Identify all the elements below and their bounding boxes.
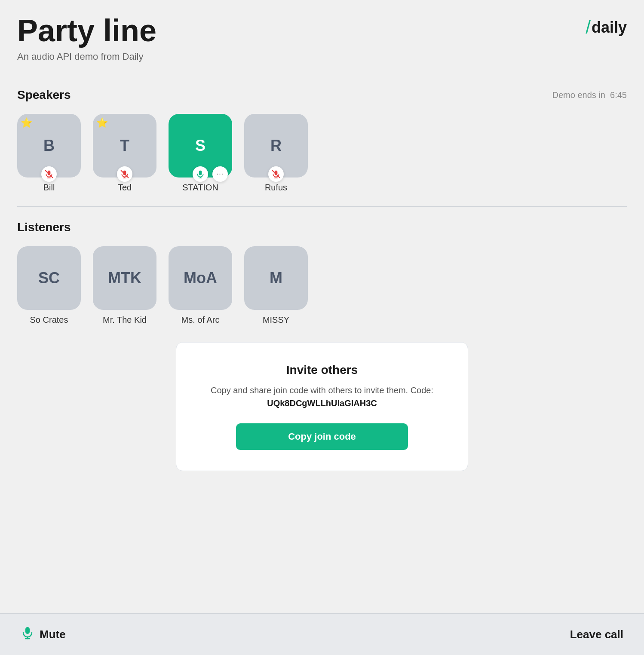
star-badge: ⭐ (96, 117, 108, 129)
listener-avatar-wrapper-ms-of-arc: MoA (169, 246, 232, 310)
listener-name-missy: MISSY (263, 315, 289, 325)
listeners-grid: SCSo CratesMTKMr. The KidMoAMs. of ArcMM… (17, 246, 627, 325)
listener-avatar-wrapper-missy: M (244, 246, 308, 310)
section-divider (17, 206, 627, 207)
mic-indicator-ted (117, 166, 132, 182)
speaker-card-bill: B⭐ Bill (17, 114, 81, 193)
svg-rect-8 (199, 171, 202, 175)
speaker-card-ted: T⭐ Ted (93, 114, 156, 193)
copy-join-code-button[interactable]: Copy join code (236, 423, 408, 450)
speakers-grid: B⭐ BillT⭐ TedS ···STATIONR Rufus (17, 114, 627, 193)
listener-avatar-wrapper-so-crates: SC (17, 246, 81, 310)
speaker-name-station: STATION (182, 183, 218, 193)
more-indicator-station[interactable]: ··· (212, 166, 228, 182)
page-subtitle: An audio API demo from Daily (17, 51, 156, 62)
mic-indicator-rufus (268, 166, 284, 182)
listener-card-so-crates: SCSo Crates (17, 246, 81, 325)
mute-button[interactable]: Mute (21, 626, 66, 643)
mic-indicator-bill (41, 166, 57, 182)
listener-name-ms-of-arc: Ms. of Arc (181, 315, 220, 325)
listeners-section-header: Listeners (17, 220, 627, 234)
speakers-title: Speakers (17, 88, 71, 102)
speaker-avatar-wrapper-rufus: R (244, 114, 308, 178)
speaker-name-rufus: Rufus (265, 183, 287, 193)
listener-name-mr-the-kid: Mr. The Kid (103, 315, 147, 325)
listener-avatar-ms-of-arc: MoA (169, 246, 232, 310)
listener-avatar-wrapper-mr-the-kid: MTK (93, 246, 156, 310)
invite-card: Invite others Copy and share join code w… (176, 342, 468, 471)
speaker-card-rufus: R Rufus (244, 114, 308, 193)
logo: / daily (586, 17, 627, 38)
listener-avatar-mr-the-kid: MTK (93, 246, 156, 310)
speaker-name-ted: Ted (118, 183, 132, 193)
svg-rect-15 (25, 627, 30, 634)
header-left: Party line An audio API demo from Daily (17, 14, 156, 62)
invite-title: Invite others (202, 363, 442, 377)
listeners-title: Listeners (17, 220, 71, 234)
listeners-section: Listeners SCSo CratesMTKMr. The KidMoAMs… (17, 220, 627, 325)
mic-indicator-station (193, 166, 208, 182)
invite-description: Copy and share join code with others to … (202, 384, 442, 410)
speaker-card-station: S ···STATION (169, 114, 232, 193)
star-badge: ⭐ (21, 117, 32, 129)
speaker-avatar-wrapper-bill: B⭐ (17, 114, 81, 178)
leave-call-button[interactable]: Leave call (570, 628, 623, 641)
microphone-icon (21, 626, 34, 643)
logo-slash: / (586, 17, 591, 38)
listener-card-missy: MMISSY (244, 246, 308, 325)
speaker-name-bill: Bill (43, 183, 55, 193)
listener-avatar-missy: M (244, 246, 308, 310)
speakers-section-header: Speakers Demo ends in 6:45 (17, 88, 627, 102)
listener-card-ms-of-arc: MoAMs. of Arc (169, 246, 232, 325)
listener-avatar-so-crates: SC (17, 246, 81, 310)
invite-code: UQk8DCgWLLhUlaGIAH3C (267, 398, 377, 408)
listener-card-mr-the-kid: MTKMr. The Kid (93, 246, 156, 325)
listener-name-so-crates: So Crates (30, 315, 68, 325)
speaker-avatar-wrapper-ted: T⭐ (93, 114, 156, 178)
speaker-avatar-wrapper-station: S ··· (169, 114, 232, 178)
header: Party line An audio API demo from Daily … (17, 14, 627, 62)
logo-text: daily (592, 18, 627, 37)
bottom-bar: Mute Leave call (0, 613, 644, 655)
speakers-section: Speakers Demo ends in 6:45 B⭐ BillT⭐ Ted… (17, 88, 627, 193)
demo-timer: Demo ends in 6:45 (552, 90, 627, 100)
page-title: Party line (17, 14, 156, 48)
mute-label: Mute (40, 628, 66, 641)
